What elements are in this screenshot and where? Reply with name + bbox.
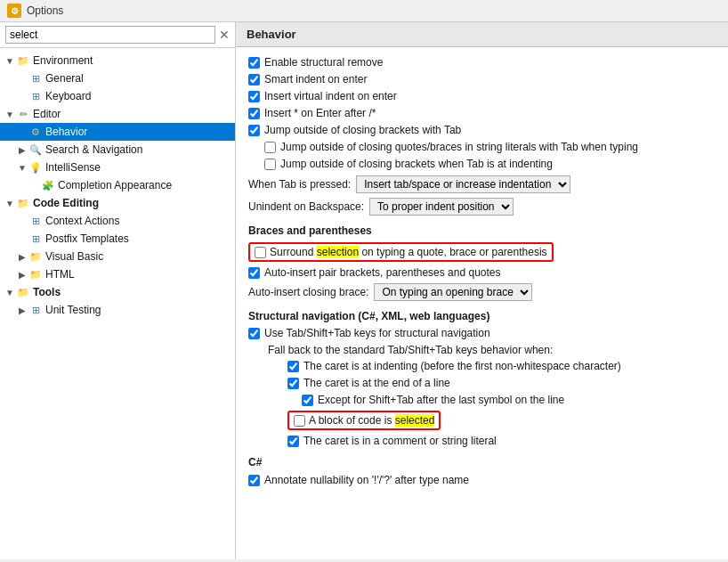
label-except-shift-tab: Except for Shift+Tab after the last symb…	[318, 394, 564, 406]
label-when-tab-pressed: When Tab is pressed:	[248, 178, 351, 191]
sidebar-tree: ▼ 📁 Environment ⊞ General ⊞ Keyboard	[0, 48, 235, 559]
section-csharp-title: C#	[248, 456, 716, 468]
page-icon-unit: ⊞	[28, 303, 43, 317]
label-smart-indent: Smart indent on enter	[264, 73, 367, 86]
sidebar-item-search-navigation[interactable]: ▶ 🔍 Search & Navigation	[0, 141, 235, 159]
sidebar-item-vbasic[interactable]: ▶ 📁 Visual Basic	[0, 248, 235, 265]
select-when-tab-pressed[interactable]: Insert tab/space or increase indentation	[356, 175, 570, 193]
sidebar-item-postfix[interactable]: ⊞ Postfix Templates	[0, 230, 235, 248]
row-caret-in-comment: The caret is in a comment or string lite…	[287, 435, 716, 447]
sidebar-item-environment[interactable]: ▼ 📁 Environment	[0, 52, 235, 69]
checkbox-smart-indent[interactable]	[248, 74, 260, 86]
checkbox-block-of-code[interactable]	[294, 415, 305, 427]
sidebar-item-general[interactable]: ⊞ General	[0, 69, 235, 87]
page-icon-context: ⊞	[28, 214, 43, 228]
row-annotate-nullability: Annotate nullability on '!'/'?' after ty…	[248, 474, 716, 486]
label-caret-end-of-line: The caret is at the end of a line	[303, 377, 450, 389]
checkbox-jump-outside-tab[interactable]	[248, 125, 260, 136]
intellisense-icon: 💡	[28, 160, 43, 175]
pencil-icon: ✏	[16, 107, 30, 121]
checkbox-surround-selection[interactable]	[255, 247, 266, 258]
label-block-of-code: A block of code is selected	[309, 414, 434, 427]
row-jump-outside-closing-tab: Jump outside of closing brackets when Ta…	[264, 158, 716, 170]
row-when-tab-pressed: When Tab is pressed: Insert tab/space or…	[248, 175, 716, 193]
row-block-of-code: A block of code is selected	[287, 411, 716, 430]
sidebar-item-keyboard[interactable]: ⊞ Keyboard	[0, 87, 235, 105]
sidebar-label-intellisense: IntelliSense	[45, 161, 101, 174]
content-area: Behavior Enable structural remove Smart …	[236, 22, 728, 559]
arrow-html: ▶	[16, 270, 28, 280]
arrow-vbasic: ▶	[16, 252, 28, 262]
sidebar-label-behavior: Behavior	[45, 126, 87, 138]
sidebar-item-behavior[interactable]: ⚙ Behavior	[0, 123, 235, 141]
app-icon: ⚙	[7, 4, 21, 18]
row-jump-outside-tab: Jump outside of closing brackets with Ta…	[248, 124, 716, 136]
sidebar-label-code-editing: Code Editing	[33, 197, 99, 209]
row-enable-structural-remove: Enable structural remove	[248, 56, 716, 69]
checkbox-caret-end-of-line[interactable]	[287, 378, 299, 389]
sidebar-label-html: HTML	[45, 268, 75, 281]
checkbox-except-shift-tab[interactable]	[302, 395, 313, 406]
search-input[interactable]	[5, 26, 215, 44]
search-bar: ✕	[0, 22, 235, 48]
highlight-selected: selected	[395, 414, 435, 427]
row-smart-indent: Smart indent on enter	[248, 73, 716, 86]
checkbox-use-tab-shift[interactable]	[248, 328, 260, 339]
select-unindent-backspace[interactable]: To proper indent position	[369, 198, 514, 216]
sidebar-item-unit-testing[interactable]: ▶ ⊞ Unit Testing	[0, 301, 235, 319]
checkbox-jump-outside-closing-tab[interactable]	[264, 159, 276, 170]
arrow-code-editing: ▼	[4, 199, 16, 208]
row-auto-insert-closing-brace: Auto-insert closing brace: On typing an …	[248, 283, 716, 301]
row-surround-selection: Surround selection on typing a quote, br…	[248, 242, 716, 262]
sidebar-item-code-editing[interactable]: ▼ 📁 Code Editing	[0, 194, 235, 212]
sidebar-item-intellisense[interactable]: ▼ 💡 IntelliSense	[0, 159, 235, 176]
content-header: Behavior	[236, 22, 728, 47]
checkbox-insert-star[interactable]	[248, 108, 260, 119]
checkbox-auto-insert-pair[interactable]	[248, 267, 260, 279]
checkbox-annotate-nullability[interactable]	[248, 475, 260, 486]
label-jump-outside-tab: Jump outside of closing brackets with Ta…	[264, 124, 461, 136]
label-caret-in-comment: The caret is in a comment or string lite…	[303, 435, 497, 447]
label-auto-insert-closing-brace: Auto-insert closing brace:	[248, 286, 368, 298]
fallback-label-container: Fall back to the standard Tab/Shift+Tab …	[268, 344, 716, 356]
highlight-selection: selection	[317, 246, 359, 258]
select-auto-insert-closing-brace[interactable]: On typing an opening brace	[374, 283, 532, 301]
arrow-search-nav: ▶	[16, 145, 28, 155]
label-surround-selection: Surround selection on typing a quote, br…	[270, 246, 547, 258]
label-fall-back: Fall back to the standard Tab/Shift+Tab …	[268, 344, 553, 356]
label-virtual-indent: Insert virtual indent on enter	[264, 90, 397, 102]
section-structural-nav-title: Structural navigation (C#, XML, web lang…	[248, 310, 716, 322]
sidebar-label-vbasic: Visual Basic	[45, 250, 103, 263]
checkbox-virtual-indent[interactable]	[248, 91, 260, 102]
arrow-intellisense: ▼	[16, 163, 28, 173]
checkbox-jump-outside-quotes[interactable]	[264, 142, 276, 153]
main-container: ✕ ▼ 📁 Environment ⊞ General ⊞ K	[0, 22, 728, 559]
search-clear-button[interactable]: ✕	[219, 29, 230, 41]
label-jump-outside-closing-tab: Jump outside of closing brackets when Ta…	[280, 158, 553, 170]
folder-icon-vbasic: 📁	[28, 249, 43, 264]
sidebar-label-keyboard: Keyboard	[45, 90, 91, 102]
label-use-tab-shift: Use Tab/Shift+Tab keys for structural na…	[264, 327, 490, 339]
label-jump-outside-quotes: Jump outside of closing quotes/braces in…	[280, 141, 638, 153]
arrow-tools: ▼	[4, 288, 16, 297]
sidebar-item-context-actions[interactable]: ⊞ Context Actions	[0, 212, 235, 230]
folder-icon-tools: 📁	[16, 285, 30, 299]
checkbox-enable-structural-remove[interactable]	[248, 57, 260, 69]
folder-icon: 📁	[16, 53, 30, 68]
label-insert-star: Insert * on Enter after /*	[264, 107, 376, 119]
row-unindent-backspace: Unindent on Backspace: To proper indent …	[248, 198, 716, 216]
row-caret-indenting: The caret is at indenting (before the fi…	[287, 360, 716, 372]
sidebar-item-completion-appearance[interactable]: 🧩 Completion Appearance	[0, 176, 235, 194]
sidebar-label-search-nav: Search & Navigation	[45, 143, 142, 156]
page-icon-postfix: ⊞	[28, 232, 43, 246]
sidebar-item-html[interactable]: ▶ 📁 HTML	[0, 265, 235, 283]
sidebar-item-editor[interactable]: ▼ ✏ Editor	[0, 105, 235, 123]
label-auto-insert-pair: Auto-insert pair brackets, parentheses a…	[264, 266, 501, 279]
sidebar-label-editor: Editor	[33, 108, 61, 120]
sidebar-item-tools[interactable]: ▼ 📁 Tools	[0, 283, 235, 301]
row-insert-star: Insert * on Enter after /*	[248, 107, 716, 119]
sidebar: ✕ ▼ 📁 Environment ⊞ General ⊞ K	[0, 22, 236, 559]
row-jump-outside-quotes: Jump outside of closing quotes/braces in…	[264, 141, 716, 153]
checkbox-caret-in-comment[interactable]	[287, 436, 299, 447]
checkbox-caret-indenting[interactable]	[287, 361, 299, 372]
